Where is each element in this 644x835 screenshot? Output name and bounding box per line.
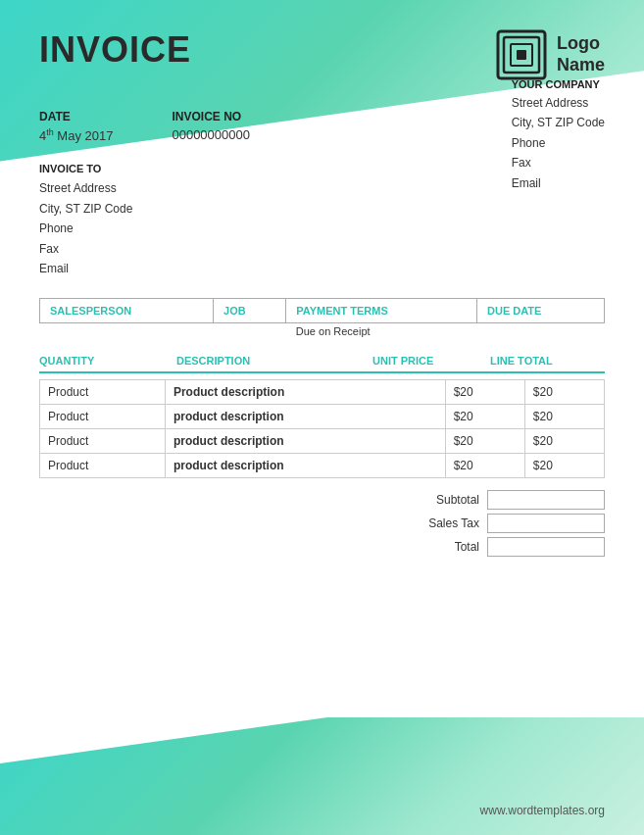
table-row: Product product description $20 $20 [40,454,605,478]
date-block: DATE 4th May 2017 [39,110,113,143]
row-total: $20 [524,454,604,478]
meta-row: DATE 4th May 2017 INVOICE NO 00000000000 [39,110,605,143]
row-total: $20 [524,405,604,429]
row-qty: Product [40,405,166,429]
footer: www.wordtemplates.org [480,804,605,817]
row-total: $20 [524,380,604,405]
invoice-to-city: City, ST ZIP Code [39,199,605,219]
items-header-unit: UNIT PRICE [372,355,490,367]
sales-header-job: JOB [214,299,286,323]
items-header-qty: QUANTITY [39,355,176,367]
invoice-no-label: INVOICE NO [172,110,250,123]
due-on-receipt-row: Due on Receipt [40,323,605,340]
items-header-desc: DESCRIPTION [176,355,372,367]
table-section: SALESPERSON JOB PAYMENT TERMS DUE DATE D… [39,298,605,557]
invoice-title: INVOICE [39,29,191,71]
row-desc: product description [165,405,445,429]
row-qty: Product [40,454,166,478]
website-url: www.wordtemplates.org [480,804,605,817]
table-row: Product product description $20 $20 [40,405,605,429]
invoice-no-value: 00000000000 [172,127,250,142]
invoice-no-block: INVOICE NO 00000000000 [172,110,250,143]
row-qty: Product [40,429,166,454]
sales-cell-4 [477,323,605,340]
invoice-to-fax: Fax [39,239,605,259]
row-unit: $20 [445,454,524,478]
logo-icon [496,29,547,80]
totals-section: Subtotal Sales Tax Total [39,490,605,557]
items-header-total: LINE TOTAL [490,355,608,367]
row-unit: $20 [445,380,524,405]
header-row: INVOICE LogoName [39,29,605,80]
total-box [487,537,605,557]
svg-rect-3 [517,50,526,60]
total-label: Total [409,540,487,554]
subtotal-box [487,490,605,510]
row-desc: product description [165,429,445,454]
due-on-receipt-cell: Due on Receipt [286,323,477,340]
sales-cell-2 [214,323,286,340]
row-unit: $20 [445,405,524,429]
invoice-to-street: Street Address [39,178,605,198]
date-label: DATE [39,110,113,123]
row-qty: Product [40,380,166,405]
sales-header-payment-terms: PAYMENT TERMS [286,299,477,323]
sales-tax-label: Sales Tax [409,516,487,530]
row-total: $20 [524,429,604,454]
row-desc: product description [165,454,445,478]
items-table: Product Product description $20 $20 Prod… [39,379,605,478]
logo-area: LogoName [496,29,605,80]
table-row: Product Product description $20 $20 [40,380,605,405]
sales-header-salesperson: SALESPERSON [40,299,214,323]
invoice-to-email: Email [39,259,605,278]
sales-table: SALESPERSON JOB PAYMENT TERMS DUE DATE D… [39,298,605,339]
invoice-to-phone: Phone [39,219,605,238]
logo-name-text: LogoName [557,33,605,75]
invoice-to-label: INVOICE TO [39,163,605,174]
invoice-to-section: INVOICE TO Street Address City, ST ZIP C… [39,163,605,278]
sales-tax-box [487,514,605,533]
items-header: QUANTITY DESCRIPTION UNIT PRICE LINE TOT… [39,347,605,373]
sales-cell-1 [40,323,214,340]
table-row: Product product description $20 $20 [40,429,605,454]
date-value: 4th May 2017 [39,127,113,143]
row-unit: $20 [445,429,524,454]
invoice-to-info: Street Address City, ST ZIP Code Phone F… [39,178,605,278]
subtotal-label: Subtotal [409,493,487,507]
row-desc: Product description [165,380,445,405]
totals-grid: Subtotal Sales Tax Total [409,490,605,557]
sales-header-due-date: DUE DATE [477,299,605,323]
